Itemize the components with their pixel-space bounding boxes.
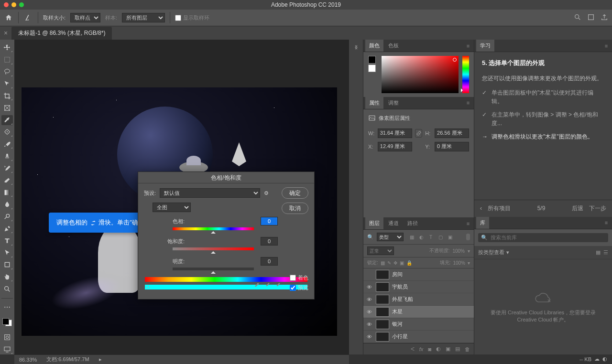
edit-toolbar-icon[interactable]: ⋯ [1, 302, 13, 312]
gear-icon[interactable]: ⚙ [264, 190, 269, 196]
tab-learn[interactable]: 学习 [476, 40, 494, 52]
delete-layer-icon[interactable]: 🗑 [465, 346, 470, 352]
library-search-input[interactable] [491, 235, 605, 240]
search-icon[interactable] [574, 13, 581, 22]
hue-slider[interactable] [173, 227, 254, 230]
screenmode-icon[interactable] [1, 344, 13, 354]
workspace-icon[interactable] [587, 13, 595, 22]
panel-menu-icon[interactable]: ≡ [602, 220, 610, 225]
lightness-input[interactable] [261, 257, 278, 266]
tab-properties[interactable]: 属性 [365, 97, 383, 109]
panel-menu-icon[interactable]: ≡ [602, 43, 610, 49]
channel-select[interactable]: 全图 [153, 203, 191, 212]
gradient-tool[interactable] [1, 187, 13, 197]
layer-row[interactable]: 👁小行星 [363, 331, 474, 343]
visibility-icon[interactable]: 👁 [365, 334, 373, 340]
blend-mode-select[interactable]: 正常 [367, 246, 394, 255]
layer-thumbnail[interactable] [376, 320, 389, 329]
tab-libraries[interactable]: 库 [476, 217, 489, 229]
document-tab[interactable]: 未标题-1 @ 86.3% (木星, RGB/8*) [11, 27, 112, 40]
color-fgbg-swatch[interactable] [368, 56, 378, 93]
pen-tool[interactable] [1, 224, 13, 234]
sort-label[interactable]: 按类型查看 [478, 249, 504, 256]
type-tool[interactable] [1, 236, 13, 246]
home-icon[interactable] [4, 13, 13, 22]
marquee-tool[interactable] [1, 54, 13, 64]
layer-row[interactable]: 👁木星 [363, 306, 474, 318]
tab-swatches[interactable]: 色板 [384, 40, 403, 52]
filter-shape-icon[interactable]: ▢ [437, 234, 444, 240]
blur-tool[interactable] [1, 199, 13, 209]
layer-row[interactable]: 房间 [363, 268, 474, 281]
chevron-down-icon[interactable]: ▾ [506, 249, 509, 256]
back-button[interactable]: 后退 [572, 204, 583, 213]
path-select-tool[interactable] [1, 248, 13, 258]
eyedropper-plus-icon[interactable] [263, 281, 270, 289]
zoom-tool[interactable] [1, 284, 13, 294]
tab-adjustments[interactable]: 调整 [384, 97, 403, 109]
panel-menu-icon[interactable]: ≡ [464, 100, 472, 106]
filter-adjust-icon[interactable]: ◐ [418, 234, 425, 240]
panel-menu-icon[interactable]: ≡ [464, 43, 472, 49]
list-view-icon[interactable]: ☰ [603, 249, 608, 256]
saturation-slider[interactable] [173, 247, 254, 250]
tab-channels[interactable]: 通道 [384, 217, 403, 229]
filter-type-icon[interactable]: T [427, 234, 434, 240]
crop-tool[interactable] [1, 91, 13, 101]
saturation-input[interactable] [261, 237, 278, 246]
height-input[interactable] [435, 128, 469, 138]
healing-tool[interactable] [1, 127, 13, 137]
sync-toggle-icon[interactable]: ◐ [602, 356, 607, 362]
layer-row[interactable]: 👁宇航员 [363, 281, 474, 293]
preview-checkbox[interactable]: 预览 [290, 284, 308, 291]
lock-artboard-icon[interactable]: ▣ [400, 260, 404, 266]
adjustment-layer-icon[interactable]: ◐ [436, 346, 441, 352]
chevron-left-icon[interactable]: ‹ [480, 205, 482, 212]
quickmask-icon[interactable] [1, 332, 13, 342]
grid-view-icon[interactable]: ▦ [596, 249, 601, 256]
tab-paths[interactable]: 路径 [404, 217, 422, 229]
fill-value[interactable]: 100% [453, 260, 465, 266]
lock-all-icon[interactable]: 🔒 [406, 260, 412, 266]
tab-layers[interactable]: 图层 [365, 217, 383, 229]
width-input[interactable] [378, 128, 412, 138]
show-ring-checkbox[interactable] [175, 15, 181, 21]
layer-row[interactable]: 👁银河 [363, 318, 474, 331]
filter-smart-icon[interactable]: ▣ [447, 234, 453, 240]
visibility-icon[interactable]: 👁 [365, 309, 373, 315]
doc-close-icon[interactable]: × [4, 29, 8, 37]
next-button[interactable]: 下一步 [589, 204, 606, 213]
current-tool-icon[interactable] [23, 13, 33, 22]
link-wh-icon[interactable] [415, 129, 423, 138]
fx-icon[interactable]: fx [419, 346, 424, 352]
opacity-value[interactable]: 100% [452, 248, 465, 254]
eyedropper-minus-icon[interactable] [274, 281, 281, 289]
shape-tool[interactable] [1, 260, 13, 270]
filter-toggle-icon[interactable] [466, 234, 470, 240]
cancel-button[interactable]: 取消 [282, 203, 308, 214]
quick-select-tool[interactable] [1, 79, 13, 89]
chevron-right-icon[interactable]: ▸ [99, 356, 102, 363]
preset-select[interactable]: 默认值 [160, 188, 260, 198]
sample-layers-select[interactable]: 所有图层 [122, 13, 165, 22]
share-icon[interactable] [601, 13, 608, 22]
stamp-tool[interactable] [1, 151, 13, 161]
eyedropper-tool[interactable] [1, 115, 13, 125]
visibility-icon[interactable]: 👁 [365, 321, 373, 327]
filter-search-icon[interactable]: 🔍 [367, 234, 374, 240]
eyedropper-icon[interactable] [253, 281, 260, 289]
doc-info[interactable]: 文档:6.69M/57.7M [46, 356, 89, 363]
lock-move-icon[interactable]: ✥ [393, 260, 397, 266]
fg-bg-color-swatch[interactable] [2, 318, 12, 327]
brush-tool[interactable] [1, 139, 13, 149]
ok-button[interactable]: 确定 [282, 187, 308, 199]
new-layer-icon[interactable]: ▤ [455, 346, 460, 352]
dodge-tool[interactable] [1, 212, 13, 222]
layer-thumbnail[interactable] [376, 282, 389, 292]
hue-strip[interactable] [462, 56, 469, 93]
hue-input[interactable] [261, 217, 278, 225]
sync-icon[interactable]: ☁ [594, 356, 600, 362]
lock-brush-icon[interactable]: ✎ [387, 260, 391, 266]
scrub-icon[interactable] [144, 284, 153, 293]
move-tool[interactable] [1, 43, 13, 53]
